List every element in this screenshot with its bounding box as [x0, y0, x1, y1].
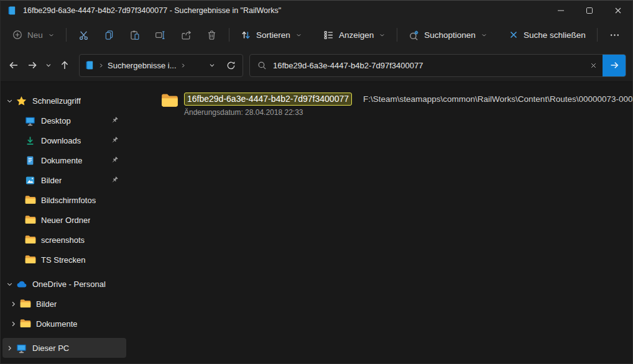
- sidebar-item-bildschirmfotos[interactable]: Bildschirmfotos: [2, 190, 126, 210]
- window-title: 16fbe29d-6a3e-4447-b4b2-7d97f3400077 - S…: [23, 6, 281, 15]
- toolbar-divider: [397, 28, 397, 42]
- document-icon: [25, 155, 35, 166]
- chevron-down-icon[interactable]: [6, 97, 14, 105]
- folder-icon: [25, 255, 35, 265]
- rename-icon: [155, 30, 165, 40]
- back-button[interactable]: [4, 56, 23, 75]
- search-result-row[interactable]: 16fbe29d-6a3e-4447-b4b2-7d97f3400077 F:\…: [161, 93, 632, 117]
- this-pc-icon: [16, 343, 27, 353]
- results-pane: 16fbe29d-6a3e-4447-b4b2-7d97f3400077 F:\…: [128, 82, 632, 364]
- pin-icon: [110, 116, 119, 125]
- close-search-button[interactable]: Suche schließen: [502, 24, 593, 45]
- chevron-right-icon[interactable]: [9, 300, 18, 308]
- scissors-icon: [78, 30, 89, 40]
- folder-icon: [25, 195, 35, 206]
- chevron-down-icon: [295, 32, 302, 39]
- search-results-icon: [7, 6, 17, 16]
- folder-icon: [20, 319, 30, 329]
- chevron-right-icon[interactable]: [9, 320, 18, 328]
- sidebar-item-neuer-ordner[interactable]: Neuer Ordner: [2, 210, 126, 230]
- copy-icon: [104, 30, 114, 40]
- address-bar[interactable]: Suchergebnisse i...: [79, 54, 243, 77]
- cut-button[interactable]: [71, 24, 96, 45]
- delete-button[interactable]: [199, 24, 224, 45]
- explorer-window: 16fbe29d-6a3e-4447-b4b2-7d97f3400077 - S…: [0, 0, 633, 364]
- result-name-highlighted[interactable]: 16fbe29d-6a3e-4447-b4b2-7d97f3400077: [184, 93, 352, 106]
- onedrive-cloud-icon: [16, 279, 27, 289]
- sidebar-item-downloads[interactable]: Downloads: [2, 130, 126, 150]
- sidebar-item-desktop[interactable]: Desktop: [2, 111, 126, 130]
- share-icon: [181, 30, 192, 40]
- sidebar-item-onedrive-bilder[interactable]: Bilder: [2, 294, 126, 314]
- chevron-down-icon: [481, 32, 487, 39]
- up-button[interactable]: [55, 56, 74, 75]
- search-options-button[interactable]: Suchoptionen: [402, 24, 494, 45]
- blue-x-icon: [509, 30, 519, 40]
- sort-button[interactable]: Sortieren: [234, 24, 309, 45]
- toolbar-divider: [229, 28, 229, 42]
- sort-arrows-icon: [241, 30, 251, 40]
- sidebar-item-onedrive-dokumente[interactable]: Dokumente: [2, 314, 126, 334]
- sidebar-item-dieser-pc[interactable]: Dieser PC: [2, 338, 126, 358]
- more-options-button[interactable]: [602, 24, 627, 45]
- result-path: F:\Steam\steamapps\common\RailWorks\Cont…: [363, 94, 632, 104]
- folder-icon: [20, 299, 30, 309]
- navigation-pane: Schnellzugriff Desktop Downloads Dokumen…: [1, 82, 128, 364]
- app-body: Schnellzugriff Desktop Downloads Dokumen…: [1, 82, 632, 364]
- new-button[interactable]: Neu: [6, 24, 62, 45]
- desktop-icon: [25, 116, 35, 126]
- chevron-down-icon: [48, 32, 55, 39]
- search-results-icon: [85, 60, 95, 70]
- paste-button[interactable]: [122, 24, 147, 45]
- forward-button[interactable]: [23, 56, 42, 75]
- chevron-down-icon[interactable]: [6, 280, 14, 288]
- clear-search-button[interactable]: [585, 57, 601, 74]
- address-row: Suchergebnisse i...: [1, 49, 632, 82]
- title-bar: 16fbe29d-6a3e-4447-b4b2-7d97f3400077 - S…: [1, 1, 632, 20]
- sidebar-item-dokumente[interactable]: Dokumente: [2, 150, 126, 170]
- folder-icon: [25, 235, 35, 245]
- pin-icon: [110, 136, 119, 145]
- search-bar[interactable]: [249, 54, 626, 77]
- view-list-icon: [323, 30, 334, 40]
- plus-circle-icon: [12, 30, 22, 40]
- pictures-icon: [25, 175, 35, 186]
- folder-icon: [161, 93, 178, 107]
- minimize-button[interactable]: [547, 1, 575, 20]
- window-controls: [547, 1, 632, 20]
- chevron-down-icon: [379, 32, 386, 39]
- trash-icon: [206, 30, 217, 40]
- sidebar-item-bilder[interactable]: Bilder: [2, 170, 126, 190]
- view-button[interactable]: Anzeigen: [316, 24, 392, 45]
- command-bar: Neu Sortieren Anzeigen Suchoptionen: [1, 20, 632, 49]
- copy-button[interactable]: [96, 24, 122, 45]
- refresh-button[interactable]: [223, 57, 239, 74]
- toolbar-divider: [597, 28, 598, 42]
- recent-locations-button[interactable]: [42, 56, 55, 75]
- search-input[interactable]: [273, 61, 585, 70]
- pin-icon: [110, 176, 119, 184]
- search-icon: [257, 61, 267, 70]
- address-dropdown-button[interactable]: [204, 57, 220, 74]
- result-modified-date: Änderungsdatum: 28.04.2018 22:33: [184, 108, 632, 117]
- sidebar-item-onedrive[interactable]: OneDrive - Personal: [2, 274, 126, 294]
- downloads-icon: [25, 135, 35, 146]
- star-icon: [16, 96, 27, 106]
- more-options-icon: [609, 30, 620, 40]
- pin-icon: [110, 156, 119, 165]
- breadcrumb-separator-icon[interactable]: [180, 62, 187, 69]
- maximize-button[interactable]: [575, 1, 604, 20]
- search-go-button[interactable]: [603, 54, 626, 77]
- sidebar-item-ts-strecken[interactable]: TS Strecken: [2, 250, 126, 270]
- rename-button[interactable]: [147, 24, 173, 45]
- folder-icon: [25, 215, 35, 225]
- search-options-icon: [409, 30, 419, 40]
- breadcrumb[interactable]: Suchergebnisse i...: [108, 61, 177, 70]
- share-button[interactable]: [173, 24, 199, 45]
- close-button[interactable]: [604, 1, 632, 20]
- chevron-right-icon[interactable]: [6, 344, 14, 352]
- sidebar-item-screenshots[interactable]: screenshots: [2, 230, 126, 250]
- breadcrumb-separator-icon: [98, 62, 104, 69]
- toolbar-divider: [66, 28, 67, 42]
- sidebar-item-schnellzugriff[interactable]: Schnellzugriff: [2, 91, 126, 111]
